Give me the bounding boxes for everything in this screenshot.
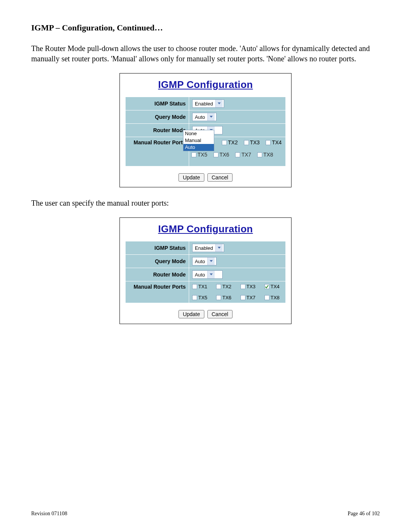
port-label: TX6 [222,295,231,300]
checkbox-icon [264,295,269,300]
update-button[interactable]: Update [178,173,204,182]
intro-paragraph: The Router Mode pull-down allows the use… [31,43,380,64]
cancel-button[interactable]: Cancel [207,173,233,182]
footer-revision: Revision 071108 [31,511,67,517]
port-label: TX3 [250,139,260,145]
port-tx6[interactable]: TX6 [216,295,234,300]
mid-paragraph: The user can specify the manual router p… [31,198,380,208]
port-tx7[interactable]: TX7 [241,295,258,300]
query-mode-value: Auto [193,113,207,121]
igmp-status-value: Enabled [193,244,215,252]
update-button[interactable]: Update [178,310,204,318]
port-tx8[interactable]: TX8 [257,152,273,158]
cancel-button[interactable]: Cancel [207,310,233,318]
port-label: TX7 [247,295,256,300]
checkbox-icon [222,140,227,145]
checkbox-icon [192,295,197,300]
port-tx6[interactable]: TX6 [213,152,229,158]
router-mode-dropdown-list[interactable]: None Manual Auto [183,130,214,151]
checkbox-icon [241,295,245,300]
port-tx3[interactable]: TX3 [241,284,258,289]
query-mode-select[interactable]: Auto [192,257,217,265]
checkbox-icon [235,152,240,157]
port-label: TX4 [271,284,280,289]
label-igmp-status: IGMP Status [126,97,189,110]
port-label: TX1 [198,284,207,289]
router-mode-option-none[interactable]: None [183,130,214,137]
port-tx5[interactable]: TX5 [191,152,207,158]
chevron-down-icon [215,244,223,252]
chevron-down-icon [207,271,215,278]
label-manual-router-ports: Manual Router Ports [126,281,189,303]
section-heading: IGMP – Configuration, Continued… [31,23,380,33]
igmp-status-value: Enabled [193,100,215,107]
checkbox-icon [191,152,196,157]
port-label: TX8 [263,152,273,158]
panel-title: IGMP Configuration [125,223,286,235]
chevron-down-icon [207,257,215,265]
port-label: TX2 [222,284,231,289]
port-tx8[interactable]: TX8 [264,295,282,300]
port-label: TX3 [247,284,256,289]
label-query-mode: Query Mode [126,255,189,268]
checkbox-icon [264,284,269,289]
panel-title: IGMP Configuration [125,79,286,91]
port-label: TX2 [228,139,238,145]
router-mode-select[interactable]: Auto [192,270,223,279]
igmp-config-panel-2: IGMP Configuration IGMP Status Enabled [119,217,292,324]
port-tx1[interactable]: TX1 [192,284,210,289]
label-query-mode: Query Mode [126,110,189,124]
checkbox-icon [216,284,221,289]
checkbox-icon [213,152,218,157]
port-label: TX4 [272,139,282,145]
igmp-status-select[interactable]: Enabled [192,244,224,252]
port-tx5[interactable]: TX5 [192,295,210,300]
port-tx4[interactable]: TX4 [264,284,282,289]
footer-page: Page 46 of 102 [348,511,380,517]
chevron-down-icon [215,100,223,107]
query-mode-value: Auto [193,257,207,265]
label-igmp-status: IGMP Status [126,241,189,255]
router-mode-value: Auto [193,271,207,278]
router-mode-option-auto[interactable]: Auto [183,144,214,151]
port-label: TX6 [220,152,229,158]
label-router-mode: Router Mode [126,268,189,281]
chevron-down-icon [207,113,215,121]
port-tx7[interactable]: TX7 [235,152,251,158]
igmp-config-panel-1: IGMP Configuration IGMP Status Enabled [119,73,292,187]
checkbox-icon [266,140,271,145]
label-router-mode: Router Mode [126,124,189,137]
checkbox-icon [257,152,262,157]
checkbox-icon [192,284,197,289]
port-label: TX8 [271,295,280,300]
label-manual-router-ports: Manual Router Ports [126,137,189,166]
port-tx3[interactable]: TX3 [244,139,260,145]
checkbox-icon [216,295,221,300]
checkbox-icon [241,284,245,289]
port-label: TX7 [241,152,251,158]
igmp-status-select[interactable]: Enabled [192,99,224,108]
port-tx4[interactable]: TX4 [266,139,282,145]
query-mode-select[interactable]: Auto [192,113,217,121]
port-tx2[interactable]: TX2 [222,139,238,145]
port-label: TX5 [198,295,207,300]
router-mode-option-manual[interactable]: Manual [183,137,214,144]
port-label: TX5 [198,152,207,158]
port-tx2[interactable]: TX2 [216,284,234,289]
checkbox-icon [244,140,249,145]
